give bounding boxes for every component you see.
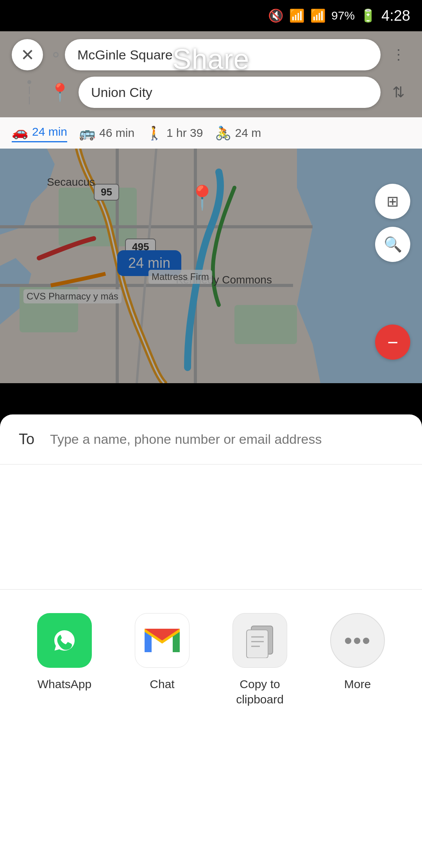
- share-apps-row: WhatsApp Chat: [0, 590, 422, 723]
- share-sheet: To WhatsApp: [0, 414, 422, 868]
- whatsapp-share-item[interactable]: WhatsApp: [25, 613, 104, 692]
- whatsapp-app-icon[interactable]: [37, 613, 92, 668]
- clipboard-svg: [244, 623, 275, 658]
- signal-icon: 📶: [310, 8, 326, 23]
- clipboard-label: Copy to clipboard: [221, 676, 299, 707]
- status-bar: 🔇 📶 📶 97% 🔋 4:28: [0, 0, 422, 31]
- mute-icon: 🔇: [268, 8, 284, 23]
- more-dots-icon: •••: [344, 627, 371, 654]
- gmail-label: Chat: [150, 676, 174, 692]
- gmail-svg: [145, 629, 180, 652]
- clipboard-app-icon[interactable]: [232, 613, 287, 668]
- gmail-share-item[interactable]: Chat: [123, 613, 201, 692]
- share-content-area: [0, 464, 422, 590]
- more-label: More: [344, 676, 371, 692]
- gmail-app-icon[interactable]: [135, 613, 190, 668]
- more-share-item[interactable]: ••• More: [318, 613, 397, 692]
- battery-percent: 97%: [331, 9, 355, 22]
- clipboard-share-item[interactable]: Copy to clipboard: [221, 613, 299, 707]
- clock: 4:28: [381, 7, 410, 24]
- share-title-overlay: Share: [0, 31, 422, 383]
- more-app-icon[interactable]: •••: [330, 613, 385, 668]
- whatsapp-svg: [47, 623, 82, 658]
- to-field[interactable]: To: [0, 414, 422, 464]
- svg-rect-11: [247, 630, 268, 658]
- recipient-input[interactable]: [50, 432, 403, 447]
- map-container: ✕ McGinle Square ⋮: [0, 31, 422, 383]
- to-label: To: [19, 431, 42, 448]
- whatsapp-label: WhatsApp: [38, 676, 91, 692]
- share-title: Share: [172, 43, 249, 75]
- battery-icon: 🔋: [360, 8, 376, 23]
- wifi-icon: 📶: [289, 8, 305, 23]
